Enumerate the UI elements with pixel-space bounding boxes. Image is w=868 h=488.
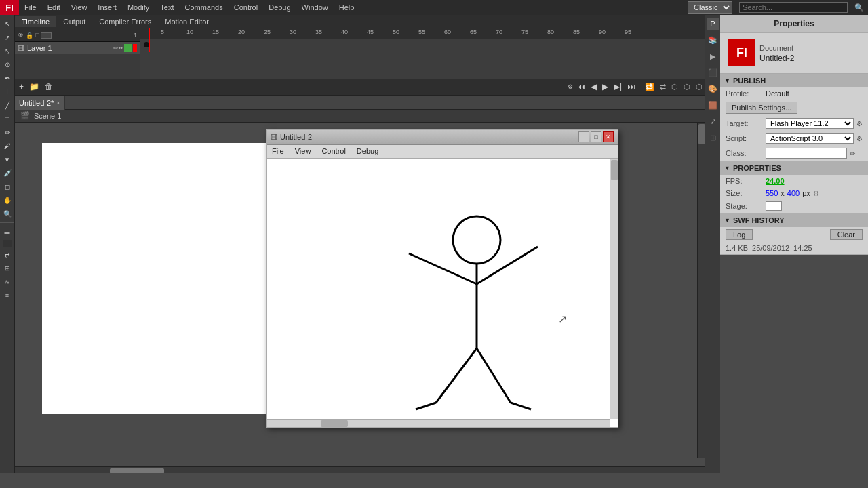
onion-outlines-btn[interactable]: ⬡ [684, 83, 690, 92]
fps-value[interactable]: 24.00 [766, 177, 785, 185]
eyedropper-tool[interactable]: 💉 [1, 167, 14, 179]
eraser-tool[interactable]: ◻ [1, 180, 14, 192]
clear-button[interactable]: Clear [830, 229, 863, 240]
log-button[interactable]: Log [726, 229, 753, 240]
fw-titlebar[interactable]: 🎞 Untitled-2 _ □ ✕ [267, 130, 618, 145]
fw-vscrollbar[interactable] [610, 159, 618, 419]
end-btn[interactable]: ⏭ [626, 82, 637, 92]
tab-output[interactable]: Output [56, 16, 92, 27]
publish-section-header[interactable]: ▼ PUBLISH [720, 74, 868, 87]
paint-bucket-tool[interactable]: ▼ [1, 153, 14, 165]
step-fwd-btn[interactable]: ▶| [612, 82, 623, 92]
show-all-layers-icon[interactable]: 👁 [18, 32, 24, 39]
playhead[interactable] [149, 28, 150, 52]
zoom-tool[interactable]: 🔍 [1, 207, 14, 220]
properties-section-header[interactable]: ▼ PROPERTIES [720, 161, 868, 175]
delete-layer-btn[interactable]: 🗑 [43, 82, 54, 92]
menu-commands[interactable]: Commands [179, 2, 228, 13]
swatches-icon[interactable]: 🟫 [707, 99, 719, 111]
text-tool[interactable]: T [1, 85, 14, 98]
motion-presets-icon[interactable]: ▶ [707, 50, 719, 62]
size-width[interactable]: 550 [766, 189, 778, 197]
script-settings-icon[interactable]: ⚙ [856, 135, 863, 142]
publish-settings-button[interactable]: Publish Settings... [726, 102, 797, 114]
fw-restore-btn[interactable]: □ [591, 131, 601, 142]
target-settings-icon[interactable]: ⚙ [856, 120, 863, 127]
rect-tool[interactable]: □ [1, 113, 14, 125]
rewind-btn[interactable]: ⏮ [576, 82, 587, 92]
size-height[interactable]: 400 [787, 189, 800, 197]
fill-color[interactable] [3, 240, 12, 247]
play-btn[interactable]: ▶ [601, 82, 610, 92]
outline-layers-icon[interactable]: □ [35, 32, 39, 39]
breadcrumb-scene[interactable]: Scene 1 [34, 112, 61, 120]
add-layer-btn[interactable]: + [18, 82, 25, 92]
edit-multiple-frames-btn[interactable]: ⬡ [696, 83, 703, 92]
loop-btn[interactable]: 🔁 [645, 83, 654, 92]
canvas-hscrollbar[interactable] [15, 466, 705, 473]
layer-row[interactable]: 🎞 Layer 1 ✏ • • [15, 42, 140, 54]
tab-timeline[interactable]: Timeline [15, 16, 56, 27]
subselect-tool[interactable]: ↗ [1, 31, 14, 43]
menu-view[interactable]: View [66, 2, 93, 13]
workspace-dropdown[interactable]: Classic [688, 1, 732, 14]
brush-tool[interactable]: 🖌 [1, 140, 14, 152]
swf-history-header[interactable]: ▼ SWF HISTORY [720, 214, 868, 227]
lasso-tool[interactable]: ⊙ [1, 58, 14, 70]
transform-tool[interactable]: ⤡ [1, 45, 14, 57]
layer-color-box [41, 32, 52, 39]
fw-menu-debug[interactable]: Debug [351, 146, 384, 157]
menu-help[interactable]: Help [334, 2, 360, 13]
fw-menu-control[interactable]: Control [316, 146, 351, 157]
tab-motion-editor[interactable]: Motion Editor [158, 16, 216, 27]
menu-window[interactable]: Window [296, 2, 334, 13]
timeline-settings[interactable]: ⚙ [568, 83, 573, 90]
menu-edit[interactable]: Edit [42, 2, 66, 13]
fw-hscrollbar[interactable] [267, 419, 610, 427]
select-tool[interactable]: ↖ [1, 18, 14, 30]
color-icon[interactable]: 🎨 [707, 83, 719, 95]
doc-tab-close[interactable]: × [56, 100, 60, 106]
fw-menu-file[interactable]: File [267, 146, 290, 157]
properties-icon[interactable]: P [707, 18, 719, 30]
line-tool[interactable]: ╱ [1, 99, 14, 111]
transform-panel-icon[interactable]: ⤢ [707, 115, 719, 127]
fw-menu-view[interactable]: View [290, 146, 317, 157]
fw-minimize-btn[interactable]: _ [578, 131, 589, 142]
lock-all-layers-icon[interactable]: 🔒 [26, 32, 33, 39]
pencil-tool[interactable]: ✏ [1, 126, 14, 138]
canvas-vscrollbar[interactable] [697, 123, 705, 459]
size-settings-icon[interactable]: ⚙ [813, 190, 819, 197]
class-edit-icon[interactable]: ✏ [850, 150, 855, 157]
menu-debug[interactable]: Debug [263, 2, 296, 13]
sync-btn[interactable]: ⇄ [660, 83, 666, 92]
script-dropdown[interactable]: ActionScript 3.0 [766, 133, 854, 144]
fw-close-btn[interactable]: ✕ [603, 131, 614, 142]
snap-tool[interactable]: ⊞ [1, 262, 14, 274]
hand-tool[interactable]: ✋ [1, 194, 14, 206]
components-icon[interactable]: ⊞ [707, 131, 719, 144]
tab-compiler-errors[interactable]: Compiler Errors [92, 16, 158, 27]
menu-modify[interactable]: Modify [122, 2, 155, 13]
layer-lock-icon[interactable]: • [121, 45, 123, 52]
class-input[interactable] [766, 148, 847, 159]
align-icon[interactable]: ⬛ [707, 66, 719, 79]
onion-skin-btn[interactable]: ⬡ [671, 83, 678, 92]
doc-tab-bar: Untitled-2* × [15, 96, 705, 110]
add-folder-btn[interactable]: 📁 [28, 82, 41, 92]
stage-color-box[interactable] [766, 201, 782, 211]
search-input[interactable] [739, 2, 848, 13]
smooth-tool[interactable]: ≋ [1, 276, 14, 288]
menu-insert[interactable]: Insert [92, 2, 122, 13]
menu-control[interactable]: Control [229, 2, 263, 13]
pen-tool[interactable]: ✒ [1, 72, 14, 84]
straighten-tool[interactable]: ≡ [1, 289, 14, 302]
doc-tab[interactable]: Untitled-2* × [15, 96, 65, 110]
stroke-color[interactable]: ▬ [1, 226, 14, 238]
swap-colors[interactable]: ⇄ [1, 249, 14, 261]
menu-text[interactable]: Text [155, 2, 179, 13]
target-dropdown[interactable]: Flash Player 11.2 [766, 118, 854, 129]
step-back-btn[interactable]: ◀ [589, 82, 598, 92]
menu-file[interactable]: File [19, 2, 42, 13]
library-icon[interactable]: 📚 [707, 34, 719, 46]
